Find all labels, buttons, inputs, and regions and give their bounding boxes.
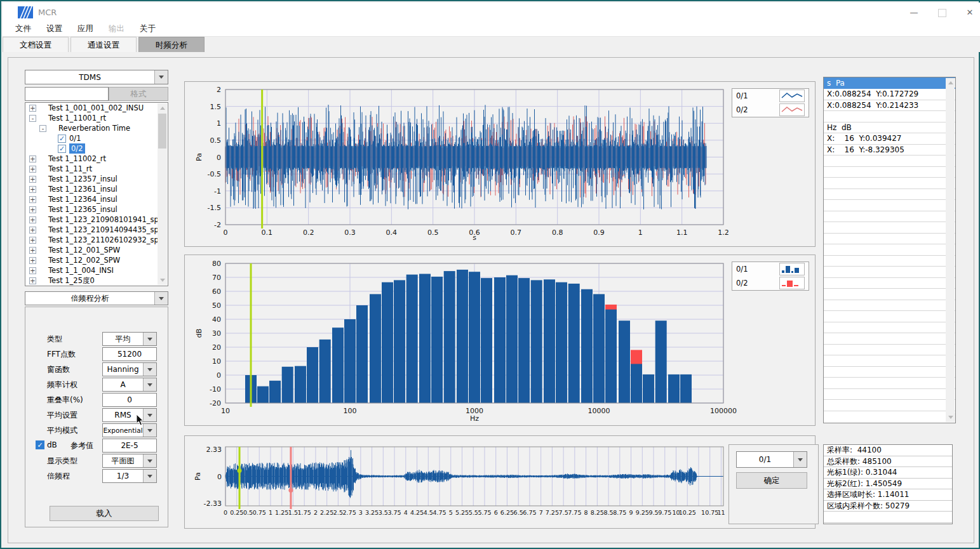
tree-item[interactable]: +Test 1_12_001_SPW	[25, 245, 168, 255]
db-checkbox[interactable]: ✓	[36, 440, 44, 449]
channel-select[interactable]: 0/1	[736, 451, 807, 468]
format-button[interactable]: 格式	[109, 87, 168, 101]
expand-icon[interactable]: +	[29, 105, 36, 112]
readout-scrollbar[interactable]	[946, 78, 955, 422]
svg-text:10.25: 10.25	[679, 509, 696, 516]
tree-item[interactable]: +Test 1_123_211026102932_spw	[25, 235, 168, 245]
menu-item-4[interactable]: 关于	[132, 22, 163, 36]
menu-item-2[interactable]: 应用	[70, 22, 101, 36]
menu-item-1[interactable]: 设置	[39, 22, 70, 36]
scroll-down-icon[interactable]	[158, 275, 167, 285]
tree-item[interactable]: +Test 1_25度0	[25, 275, 168, 286]
chevron-down-icon[interactable]	[143, 454, 156, 467]
form-select-9[interactable]: 1/3	[102, 469, 157, 483]
expand-icon[interactable]: +	[29, 257, 36, 264]
close-button[interactable]: ✕	[959, 5, 980, 20]
legend-item-0-1[interactable]: 0/1	[732, 89, 809, 103]
expand-icon[interactable]: +	[29, 247, 36, 254]
confirm-button[interactable]: 确定	[736, 472, 807, 489]
file-format-select[interactable]: TDMS	[25, 70, 168, 84]
octave-spectrum-chart[interactable]: -20-100102030405060708010100100010000100…	[185, 255, 815, 425]
expand-icon[interactable]: +	[29, 216, 36, 223]
tree-item[interactable]: ✓0/1	[25, 133, 168, 143]
expand-icon[interactable]: +	[29, 166, 36, 173]
tree-item[interactable]: +Test 1_123_210908101941_spw	[25, 215, 168, 225]
chevron-down-icon[interactable]	[154, 292, 168, 305]
svg-text:1: 1	[638, 228, 643, 237]
chevron-down-icon[interactable]	[143, 333, 156, 345]
scroll-down-icon[interactable]	[946, 413, 955, 422]
overview-waveform-chart[interactable]: 00.250.50.7511.251.51.7522.252.52.7533.2…	[185, 436, 815, 528]
tree-item[interactable]: +Test 1_11002_rt	[25, 154, 168, 164]
form-select-2[interactable]: Hanning	[102, 362, 157, 376]
tree-item[interactable]: +Test 1_1_004_INSI	[25, 265, 168, 275]
cursor-readout-list[interactable]: s PaX:0.088254 Y:0.172729X:0.088254 Y:0.…	[823, 77, 956, 423]
time-waveform-chart[interactable]: 00.10.20.30.40.50.60.70.80.911.11.221.51…	[185, 82, 815, 246]
expand-icon[interactable]: +	[29, 237, 36, 244]
form-select-5[interactable]: RMS	[102, 408, 157, 422]
expand-icon[interactable]: +	[29, 206, 36, 213]
readout-row: Hz dB	[824, 122, 955, 134]
tab-1[interactable]: 通道设置	[70, 37, 137, 52]
collapse-icon[interactable]: -	[39, 125, 46, 132]
expand-icon[interactable]: +	[29, 186, 36, 193]
file-tree[interactable]: +Test 1_001_001_002_INSU-Test 1_11001_rt…	[25, 102, 168, 286]
chevron-down-icon[interactable]	[154, 70, 168, 84]
scroll-up-icon[interactable]	[158, 103, 167, 113]
form-select-3[interactable]: A	[102, 378, 157, 392]
svg-text:0.4: 0.4	[386, 228, 398, 237]
checkbox-icon[interactable]: ✓	[58, 145, 66, 153]
tree-item-label: Reverberation Time	[58, 123, 130, 133]
tree-item[interactable]: +Test 1_12361_insul	[25, 184, 168, 194]
chevron-down-icon[interactable]	[143, 424, 156, 437]
expand-icon[interactable]: +	[29, 176, 36, 183]
chevron-down-icon[interactable]	[143, 470, 156, 482]
expand-icon[interactable]: +	[29, 227, 36, 234]
legend-item-0-2[interactable]: 0/2	[732, 103, 809, 117]
scroll-up-icon[interactable]	[946, 78, 955, 88]
tree-item[interactable]: +Test 1_12365_insul	[25, 204, 168, 215]
tree-item[interactable]: -Test 1_11001_rt	[25, 113, 168, 123]
tree-item[interactable]: -Reverberation Time	[25, 123, 168, 133]
maximize-button[interactable]	[931, 5, 953, 20]
analysis-type-select[interactable]: 倍频程分析	[25, 291, 168, 305]
legend-item-0-1[interactable]: 0/1	[732, 262, 809, 276]
form-select-0[interactable]: 平均	[102, 332, 157, 346]
chevron-down-icon[interactable]	[143, 409, 156, 421]
readout-row	[824, 289, 955, 300]
tree-item-label: Test 1_11_rt	[48, 164, 92, 174]
chevron-down-icon[interactable]	[793, 452, 807, 467]
expand-icon[interactable]: +	[29, 196, 36, 203]
legend-item-0-2[interactable]: 0/2	[732, 276, 809, 290]
form-select-8[interactable]: 平面图	[102, 454, 157, 468]
tree-item[interactable]: ✓0/2	[25, 143, 168, 154]
tree-item[interactable]: +Test 1_12357_insul	[25, 174, 168, 184]
tree-item[interactable]: +Test 1_12_002_SPW	[25, 255, 168, 265]
svg-text:s: s	[473, 234, 476, 242]
tree-item[interactable]: +Test 1_123_210914094435_spw	[25, 225, 168, 235]
tab-0[interactable]: 文档设置	[3, 37, 69, 52]
collapse-icon[interactable]: -	[29, 115, 36, 122]
menu-item-3[interactable]: 输出	[101, 22, 132, 36]
tab-2[interactable]: 时频分析	[138, 37, 205, 52]
menu-item-0[interactable]: 文件	[8, 22, 39, 36]
tree-item[interactable]: +Test 1_12364_insul	[25, 194, 168, 204]
chevron-down-icon[interactable]	[143, 378, 156, 391]
load-button[interactable]: 载入	[50, 506, 159, 521]
form-input-1[interactable]	[102, 347, 157, 361]
form-input-4[interactable]	[102, 393, 157, 407]
expand-icon[interactable]: +	[29, 277, 36, 284]
filter-input[interactable]	[25, 87, 109, 101]
form-select-6[interactable]: Exponential	[102, 423, 157, 437]
checkbox-icon[interactable]: ✓	[58, 135, 66, 143]
tree-item[interactable]: +Test 1_001_001_002_INSU	[25, 103, 168, 113]
expand-icon[interactable]: +	[29, 267, 36, 274]
form-input-7[interactable]	[102, 439, 157, 453]
chevron-down-icon[interactable]	[143, 363, 156, 376]
scrollbar-thumb[interactable]	[158, 114, 166, 149]
minimize-button[interactable]: —	[903, 5, 925, 20]
channel-control-panel: 0/1 确定	[728, 444, 819, 524]
expand-icon[interactable]: +	[29, 155, 36, 162]
tree-scrollbar[interactable]	[158, 103, 167, 285]
tree-item[interactable]: +Test 1_11_rt	[25, 164, 168, 174]
